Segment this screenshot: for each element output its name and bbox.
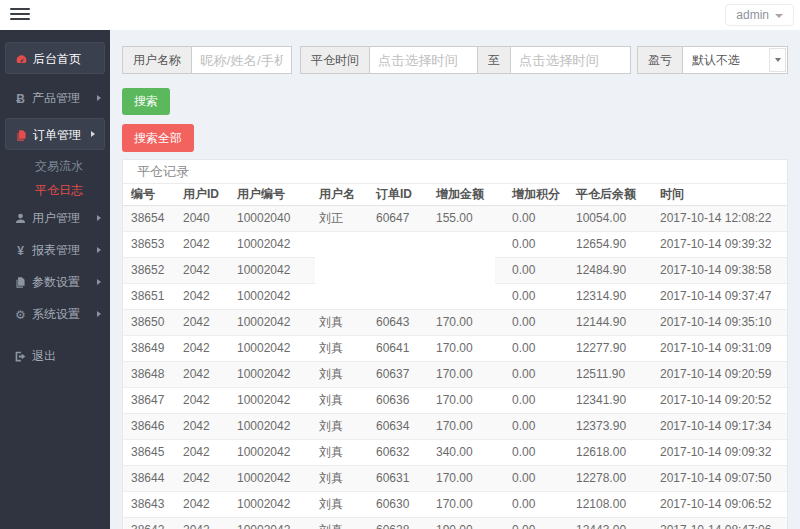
sidebar-item-5[interactable]: 参数设置 xyxy=(0,266,110,298)
sidebar-subitem-2-1[interactable]: 平仓日志 xyxy=(0,178,110,202)
table-cell: 10002042 xyxy=(229,414,311,440)
search-button[interactable]: 搜索 xyxy=(122,88,170,115)
time-from-input[interactable] xyxy=(370,46,478,74)
username-input[interactable] xyxy=(192,46,292,74)
table-cell: 12484.90 xyxy=(568,258,652,284)
chevron-right-icon xyxy=(91,131,95,137)
profit-filter-group: 盈亏 默认不选 xyxy=(637,46,788,74)
table-cell: 2017-10-14 09:06:52 xyxy=(652,492,787,518)
table-cell: 2017-10-14 09:35:10 xyxy=(652,310,787,336)
table-cell: 38645 xyxy=(123,440,175,466)
time-to-input[interactable] xyxy=(511,46,631,74)
chevron-right-icon xyxy=(97,247,101,253)
table-cell: 12654.90 xyxy=(568,232,652,258)
table-row: 38642204210002042刘真60628190.000.0012443.… xyxy=(123,518,787,529)
table-row: 38644204210002042刘真60631170.000.0012278.… xyxy=(123,466,787,492)
table-cell: 0.00 xyxy=(504,466,568,492)
column-header: 用户编号 xyxy=(229,184,311,206)
table-cell: 10002042 xyxy=(229,362,311,388)
table-cell: 10002042 xyxy=(229,284,311,310)
sidebar-toggle-icon[interactable] xyxy=(10,8,30,22)
column-header: 订单ID xyxy=(368,184,428,206)
chevron-right-icon xyxy=(97,279,101,285)
table-row: 38649204210002042刘真60641170.000.0012277.… xyxy=(123,336,787,362)
table-cell: 38643 xyxy=(123,492,175,518)
sidebar-item-label: 参数设置 xyxy=(32,275,80,289)
table-cell: 0.00 xyxy=(504,310,568,336)
table-cell: 2042 xyxy=(175,310,229,336)
table-cell: 12618.00 xyxy=(568,440,652,466)
close-time-filter-group: 平仓时间 至 xyxy=(300,46,631,74)
close-records-panel: 平仓记录 编号用户ID用户编号用户名订单ID增加金额增加积分平仓后余额时间 38… xyxy=(122,159,788,529)
table-cell: 刘真 xyxy=(311,440,368,466)
table-cell: 2042 xyxy=(175,284,229,310)
table-cell: 刘真 xyxy=(311,466,368,492)
table-cell: 170.00 xyxy=(428,388,504,414)
to-label: 至 xyxy=(478,46,511,74)
table-cell: 10002042 xyxy=(229,466,311,492)
table-cell: 60636 xyxy=(368,388,428,414)
table-cell: 2017-10-14 09:09:32 xyxy=(652,440,787,466)
table-cell: 12278.00 xyxy=(568,466,652,492)
table-cell: 2017-10-14 09:20:59 xyxy=(652,362,787,388)
table-cell: 刘真 xyxy=(311,414,368,440)
table-cell: 10054.00 xyxy=(568,206,652,232)
user-menu-button[interactable]: admin xyxy=(725,4,794,26)
table-row: 38646204210002042刘真60634170.000.0012373.… xyxy=(123,414,787,440)
table-cell: 2017-10-14 09:31:09 xyxy=(652,336,787,362)
yen-icon: ¥ xyxy=(12,235,29,267)
search-all-button[interactable]: 搜索全部 xyxy=(122,124,194,152)
sidebar-item-0[interactable]: 后台首页 xyxy=(5,42,105,74)
table-cell: 2017-10-14 08:47:06 xyxy=(652,518,787,529)
table-cell: 38642 xyxy=(123,518,175,529)
table-cell: 2017-10-14 09:20:52 xyxy=(652,388,787,414)
table-cell: 10002042 xyxy=(229,232,311,258)
table-cell: 0.00 xyxy=(504,232,568,258)
table-cell: 刘真 xyxy=(311,336,368,362)
column-header: 增加积分 xyxy=(504,184,568,206)
table-cell: 0.00 xyxy=(504,388,568,414)
table-header-row: 编号用户ID用户编号用户名订单ID增加金额增加积分平仓后余额时间 xyxy=(123,184,787,206)
table-cell: 155.00 xyxy=(428,206,504,232)
table-cell: 38650 xyxy=(123,310,175,336)
table-cell: 刘真 xyxy=(311,518,368,529)
gears-icon: ⚙ xyxy=(12,299,29,331)
table-cell: 60647 xyxy=(368,206,428,232)
table-cell: 2017-10-14 09:39:32 xyxy=(652,232,787,258)
table-cell: 12511.90 xyxy=(568,362,652,388)
sidebar: 后台首页Ƀ产品管理订单管理交易流水平仓日志用户管理¥报表管理参数设置⚙系统设置退… xyxy=(0,30,110,529)
sidebar-item-2[interactable]: 订单管理 xyxy=(5,118,105,150)
table-cell: 60630 xyxy=(368,492,428,518)
sidebar-item-4[interactable]: ¥报表管理 xyxy=(0,234,110,266)
table-cell: 2042 xyxy=(175,362,229,388)
table-cell: 刘真 xyxy=(311,492,368,518)
sidebar-item-3[interactable]: 用户管理 xyxy=(0,202,110,234)
panel-title: 平仓记录 xyxy=(123,160,787,184)
table-cell: 12373.90 xyxy=(568,414,652,440)
sidebar-item-6[interactable]: ⚙系统设置 xyxy=(0,298,110,330)
profit-select[interactable]: 默认不选 xyxy=(683,46,788,74)
orders-icon xyxy=(13,120,30,152)
table-cell: 刘真 xyxy=(311,310,368,336)
filter-bar: 用户名称 平仓时间 至 盈亏 默认不选 xyxy=(122,46,788,74)
sidebar-item-1[interactable]: Ƀ产品管理 xyxy=(0,82,110,114)
table-cell: 170.00 xyxy=(428,414,504,440)
table-cell: 10002042 xyxy=(229,388,311,414)
table-cell: 2017-10-14 09:37:47 xyxy=(652,284,787,310)
table-cell: 2042 xyxy=(175,440,229,466)
blank-overlay-artifact xyxy=(315,232,495,306)
table-cell: 2042 xyxy=(175,336,229,362)
table-cell: 12277.90 xyxy=(568,336,652,362)
sidebar-item-label: 后台首页 xyxy=(33,52,81,66)
username-filter-group: 用户名称 xyxy=(122,46,292,74)
column-header: 平仓后余额 xyxy=(568,184,652,206)
sidebar-item-7[interactable]: 退出 xyxy=(0,340,110,372)
table-row: 38643204210002042刘真60630170.000.0012108.… xyxy=(123,492,787,518)
table-cell: 0.00 xyxy=(504,206,568,232)
bitcoin-icon: Ƀ xyxy=(12,83,29,115)
table-cell: 10002042 xyxy=(229,440,311,466)
table-cell: 2042 xyxy=(175,232,229,258)
table-cell: 刘正 xyxy=(311,206,368,232)
sidebar-subitem-2-0[interactable]: 交易流水 xyxy=(0,154,110,178)
table-cell: 60632 xyxy=(368,440,428,466)
